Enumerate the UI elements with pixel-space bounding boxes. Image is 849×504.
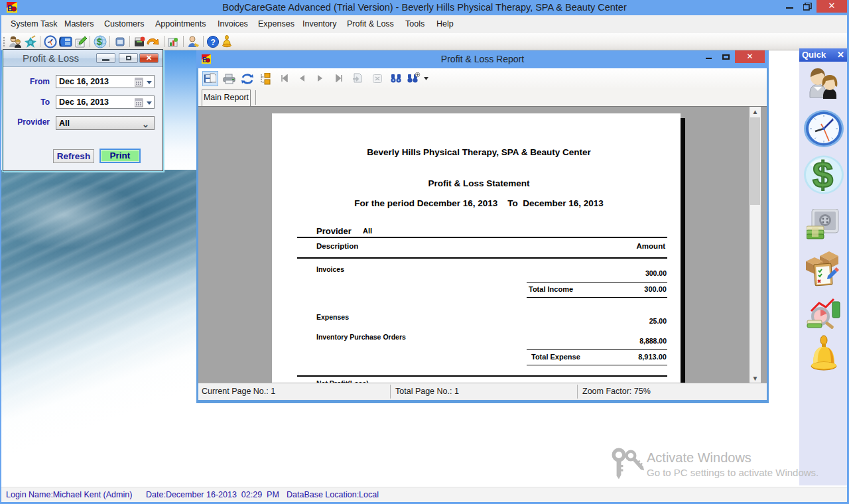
svg-text:$: $: [97, 36, 102, 47]
svg-text:$: $: [813, 155, 833, 194]
svg-text:?: ?: [211, 38, 216, 47]
